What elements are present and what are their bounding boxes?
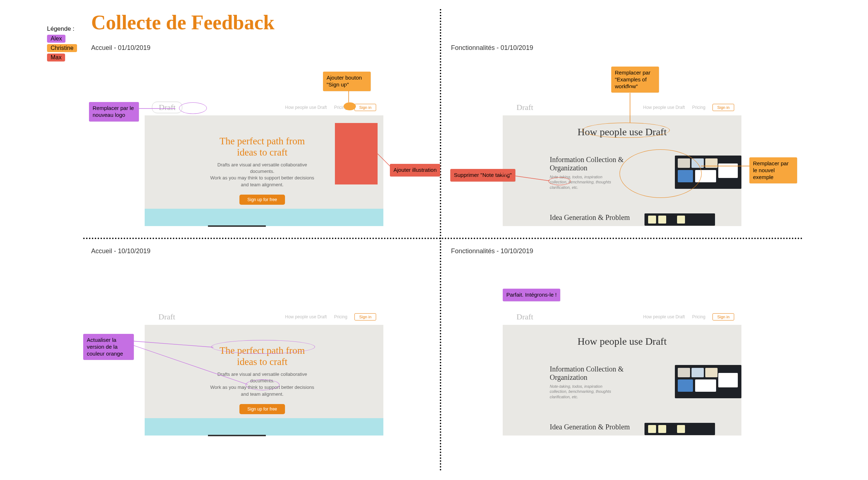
highlight-cta-colour [246,379,280,390]
nav-signin: Sign in [712,104,734,111]
note-replace-workflow[interactable]: Remplacer par "Examples of workflow" [611,67,659,93]
mockup-home-v1: Draft How people use Draft Pricing Sign … [145,99,383,226]
mockup-features-v1: Draft How people use Draft Pricing Sign … [503,99,741,226]
highlight-feat-title [582,123,670,138]
nav-signin: Sign in [354,104,376,111]
note-remove-notetaking[interactable]: Supprimer "Note taking" [450,169,515,182]
note-perfect[interactable]: Parfait. Intégrons-le ! [503,289,560,301]
feature-row-2: Idea Generation & Problem [550,213,715,226]
mock-navbar: Draft How people use Draft Pricing Sign … [503,309,741,325]
footer-line [208,435,266,436]
hero-headline: The perfect path from ideas to craft [210,136,315,158]
page-title: Collecte de Feedback [91,11,275,34]
mock-navbar: Draft How people use Draft Pricing Sign … [503,99,741,115]
highlight-feat-thumb [620,149,702,198]
hero-sub: Drafts are visual and versatile collabor… [210,162,315,188]
feature-row-1: Information Collection & Organization No… [550,365,741,399]
feature-2-heading: Idea Generation & Problem [550,423,630,431]
feature-2-heading: Idea Generation & Problem [550,213,630,222]
legend-tag-max: Max [47,54,65,61]
nav-signin: Sign in [712,313,734,320]
feature-1-thumb [675,365,741,398]
highlight-logo [179,102,207,114]
section-label-br: Fonctionnalités - 10/10/2019 [451,247,533,255]
note-signup-tail [345,86,351,91]
feature-2-thumb [644,423,715,435]
hero-cta: Sign up for free [239,404,285,414]
legend: Légende : Alex Christine Max [47,25,77,63]
mock-navbar: Draft How people use Draft Pricing Sign … [145,309,383,325]
nav-how: How people use Draft [285,314,327,319]
divider-horizontal [83,238,803,239]
feature-1-heading: Information Collection & Organization [550,365,657,382]
section-label-tr: Fonctionnalités - 01/10/2019 [451,44,533,52]
feature-2-thumb [644,213,715,226]
legend-tag-christine: Christine [47,44,77,52]
mockup-home-v2: Draft How people use Draft Pricing Sign … [145,309,383,436]
nav-how: How people use Draft [643,105,685,110]
hero-copy: The perfect path from ideas to craft Dra… [210,136,315,205]
nav-pricing: Pricing [692,105,706,110]
mockup-features-v2: Draft How people use Draft Pricing Sign … [503,309,741,436]
feature-row-2: Idea Generation & Problem [550,423,715,435]
section-label-tl: Accueil - 01/10/2019 [91,44,150,52]
legend-label: Légende : [47,25,77,33]
features-title: How people use Draft [503,336,741,347]
mock-logo: Draft [152,311,182,322]
note-update-orange[interactable]: Actualiser la version de la couleur oran… [83,334,134,360]
note-replace-example[interactable]: Remplacer par le nouvel exemple [749,157,797,183]
nav-pricing: Pricing [334,314,348,319]
feature-1-desc: Note-taking, todos, inspiration collecti… [550,384,611,399]
teal-band [145,418,383,436]
mock-logo: Draft [510,102,540,113]
mock-logo: Draft [510,311,540,322]
nav-pricing: Pricing [692,314,706,319]
section-label-bl: Accueil - 10/10/2019 [91,247,150,255]
legend-tag-alex: Alex [47,35,65,43]
highlight-signup-spot [344,102,356,110]
mock-logo: Draft [152,102,182,113]
divider-vertical [440,9,441,471]
hero-cta: Sign up for free [239,195,285,205]
highlight-headline-colour [211,340,315,354]
note-workflow-tail [627,88,633,93]
nav-signin: Sign in [354,313,376,320]
note-add-illustration[interactable]: Ajouter illustration [390,164,440,177]
highlight-note-taking [548,177,571,185]
nav-how: How people use Draft [285,105,327,110]
note-replace-logo[interactable]: Remplacer par le nouveau logo [89,102,139,122]
nav-how: How people use Draft [643,314,685,319]
footer-line [208,225,266,227]
teal-band [145,209,383,226]
hero-illustration-placeholder [335,123,378,184]
